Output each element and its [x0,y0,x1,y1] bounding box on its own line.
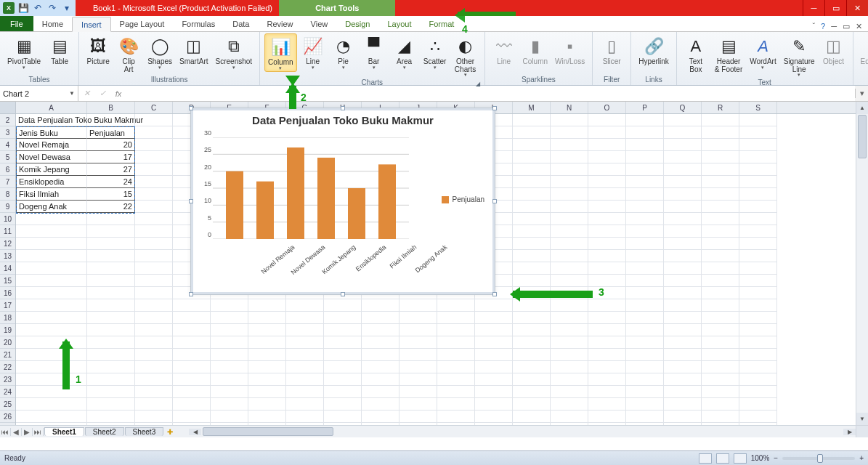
cell[interactable] [513,361,551,373]
cell[interactable] [324,398,362,411]
cell[interactable] [702,373,739,386]
cell[interactable] [702,411,739,423]
vertical-scrollbar[interactable]: ▲ ▼ [856,102,868,425]
cell[interactable] [513,324,551,336]
cell[interactable] [739,250,777,262]
sheet-tab-2[interactable]: Sheet2 [85,427,124,436]
cell[interactable] [513,312,551,324]
cell[interactable] [399,349,437,361]
column-header[interactable]: S [739,102,777,113]
cell[interactable] [16,225,87,238]
cell[interactable] [739,262,777,275]
qat-customize-icon[interactable]: ▾ [61,2,73,14]
row-header[interactable]: 26 [0,411,15,423]
cell[interactable] [626,151,664,163]
row-header[interactable]: 13 [0,250,15,262]
column-header[interactable]: R [702,102,739,113]
cell[interactable] [135,188,173,201]
cell[interactable] [626,336,664,349]
cell[interactable] [702,225,739,238]
cell[interactable] [324,361,362,373]
cell[interactable] [588,238,626,250]
cell[interactable] [588,250,626,262]
cell[interactable] [16,299,87,312]
cell[interactable] [513,163,551,176]
chart-resize-handle[interactable] [492,106,497,110]
scroll-right-icon[interactable]: ▶ [843,429,856,435]
sheet-nav-first-icon[interactable]: ⏮ [0,428,11,436]
cell[interactable] [588,349,626,361]
review-tab[interactable]: Review [258,16,301,31]
cell[interactable] [87,312,135,324]
cell[interactable] [286,361,324,373]
cell[interactable] [664,114,702,126]
row-header[interactable]: 14 [0,262,15,275]
cell[interactable] [399,386,437,398]
scroll-up-icon[interactable]: ▲ [856,102,868,114]
cell[interactable] [664,126,702,139]
cell[interactable] [87,361,135,373]
cell[interactable] [173,312,211,324]
cell[interactable] [702,262,739,275]
cell[interactable] [362,312,399,324]
cell[interactable] [551,114,588,126]
cell[interactable] [588,213,626,225]
cell[interactable]: 24 [87,176,135,188]
cell[interactable] [87,114,135,126]
cell[interactable] [626,275,664,287]
column-header[interactable]: B [87,102,135,113]
cell[interactable] [362,386,399,398]
cell[interactable] [551,361,588,373]
cell[interactable] [135,373,173,386]
cell[interactable] [551,188,588,201]
textbox-button[interactable]: AText Box [681,33,710,75]
cell[interactable] [626,163,664,176]
select-all-button[interactable] [0,102,15,114]
cell[interactable] [664,336,702,349]
cell[interactable] [513,188,551,201]
cell[interactable] [248,312,286,324]
cell[interactable] [513,411,551,423]
row-header[interactable]: 16 [0,287,15,299]
scroll-down-icon[interactable]: ▼ [856,413,868,425]
zoom-in-icon[interactable]: + [859,454,864,462]
cell[interactable] [87,238,135,250]
cell[interactable] [135,238,173,250]
new-sheet-icon[interactable]: ✚ [163,428,177,436]
shapes-button[interactable]: ◯Shapes▾ [145,33,175,70]
cell[interactable] [135,299,173,312]
column-chart-button[interactable]: 📊Column▾ [264,33,296,72]
chart-legend[interactable]: Penjualan [442,195,484,203]
cell[interactable] [664,299,702,312]
screenshot-button[interactable]: ⧉Screenshot▾ [213,33,256,70]
cell[interactable] [551,163,588,176]
workbook-minimize-icon[interactable]: ─ [831,22,837,31]
cell[interactable] [362,336,399,349]
undo-icon[interactable]: ↶ [32,2,44,14]
cell[interactable] [362,349,399,361]
cell[interactable] [87,398,135,411]
cell[interactable] [286,386,324,398]
cell[interactable] [664,151,702,163]
cell[interactable] [551,411,588,423]
cell[interactable]: Fiksi Ilmiah [16,188,87,201]
cell[interactable] [551,349,588,361]
cell[interactable] [135,114,173,126]
cell[interactable] [248,349,286,361]
cell[interactable] [362,398,399,411]
cell[interactable] [702,176,739,188]
sheet-nav-prev-icon[interactable]: ◀ [11,428,22,436]
cell[interactable] [626,324,664,336]
zoom-slider[interactable] [782,457,855,460]
cell[interactable] [739,287,777,299]
cell[interactable] [286,398,324,411]
cell[interactable] [739,411,777,423]
cell[interactable] [475,324,513,336]
cell[interactable] [135,250,173,262]
cell[interactable] [135,275,173,287]
object-button[interactable]: ◫Object [819,33,848,68]
cell[interactable] [664,139,702,151]
cell[interactable] [437,312,475,324]
cell[interactable] [626,176,664,188]
cell[interactable] [135,398,173,411]
